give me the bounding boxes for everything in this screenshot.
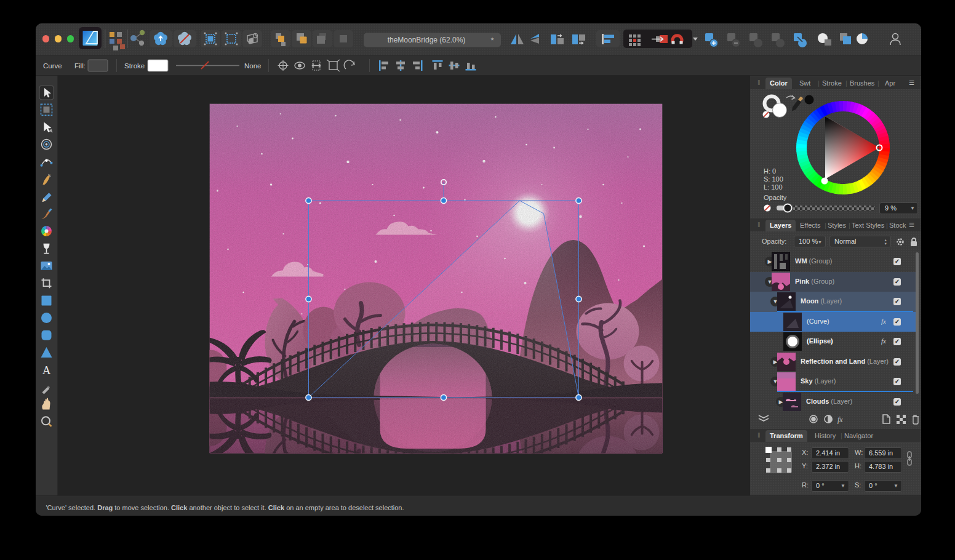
- svg-text:fx: fx: [837, 415, 843, 424]
